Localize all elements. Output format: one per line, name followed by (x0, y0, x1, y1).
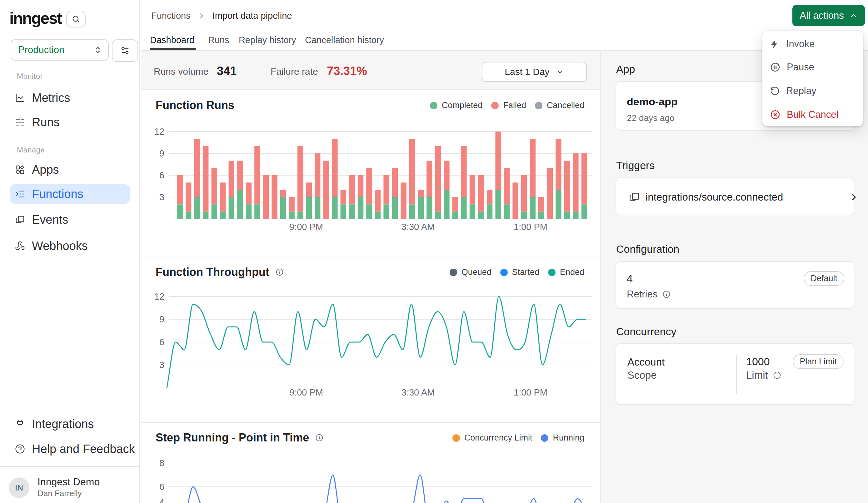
svg-text:3:30 AM: 3:30 AM (402, 222, 435, 232)
svg-text:9:00 PM: 9:00 PM (289, 387, 323, 397)
svg-text:1:00 PM: 1:00 PM (514, 222, 547, 232)
svg-text:12: 12 (154, 126, 164, 136)
svg-text:3: 3 (159, 192, 164, 202)
svg-text:6: 6 (159, 337, 164, 347)
svg-text:9: 9 (159, 148, 164, 158)
svg-text:3: 3 (159, 360, 164, 370)
svg-text:9:00 PM: 9:00 PM (289, 222, 323, 232)
svg-text:8: 8 (159, 458, 164, 468)
svg-text:9: 9 (159, 314, 164, 324)
svg-text:1:00 PM: 1:00 PM (514, 387, 547, 397)
svg-text:3:30 AM: 3:30 AM (402, 387, 435, 397)
svg-text:4: 4 (159, 497, 164, 503)
svg-text:6: 6 (159, 482, 164, 492)
svg-text:12: 12 (154, 291, 164, 301)
svg-text:6: 6 (159, 170, 164, 180)
